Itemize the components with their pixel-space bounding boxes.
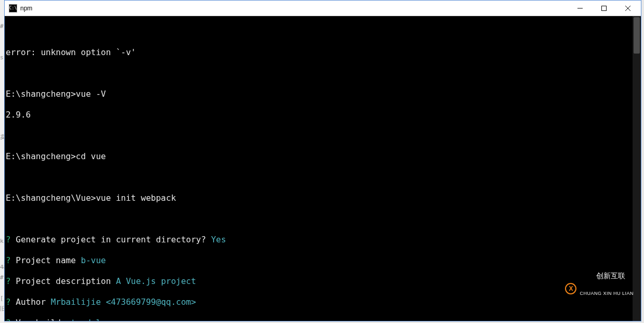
close-button[interactable] (616, 1, 640, 16)
gutter-char: [ (0, 294, 4, 303)
gutter-char: # (0, 22, 4, 31)
terminal-line: ? Generate project in current directory?… (5, 235, 641, 245)
terminal-line: E:\shangcheng\Vue>vue init webpack (5, 193, 641, 203)
terminal-line: error: unknown option `-v' (5, 47, 641, 58)
watermark-logo-icon: X (565, 283, 576, 294)
cmd-window: C:\ npm error: unknown option `-v' E:\sh… (4, 0, 641, 321)
titlebar[interactable]: C:\ npm (5, 1, 641, 16)
gutter-char: s (0, 53, 4, 62)
terminal-line: E:\shangcheng>vue -V (5, 89, 641, 99)
gutter-char: # (0, 273, 4, 282)
terminal-line (5, 131, 641, 141)
window-title: npm (20, 5, 32, 12)
watermark-sub: CHUANG XIN HU LIAN (580, 291, 634, 296)
terminal-line: ? Vue build standalone (5, 318, 641, 321)
terminal-line: 2.9.6 (5, 110, 641, 120)
terminal-line (5, 68, 641, 79)
maximize-button[interactable] (592, 1, 616, 16)
terminal-line (5, 172, 641, 183)
scrollbar-thumb[interactable] (634, 17, 640, 54)
watermark: X 创新互联 CHUANG XIN HU LIAN (565, 260, 634, 317)
cmd-icon: C:\ (9, 4, 17, 12)
minimize-button[interactable] (568, 1, 592, 16)
scrollbar[interactable] (633, 16, 641, 321)
terminal-line: ? Author Mrbailijie <473669799@qq.com> (5, 297, 641, 307)
terminal-line (5, 214, 641, 224)
watermark-brand: 创新互联 (596, 272, 625, 280)
gutter-char: k (0, 237, 4, 246)
terminal-body[interactable]: error: unknown option `-v' E:\shangcheng… (5, 16, 641, 321)
terminal-line: ? Project name b-vue (5, 255, 641, 266)
terminal-line: ? Project description A Vue.js project (5, 276, 641, 287)
svg-rect-1 (602, 6, 607, 10)
terminal-line: E:\shangcheng>cd vue (5, 151, 641, 162)
